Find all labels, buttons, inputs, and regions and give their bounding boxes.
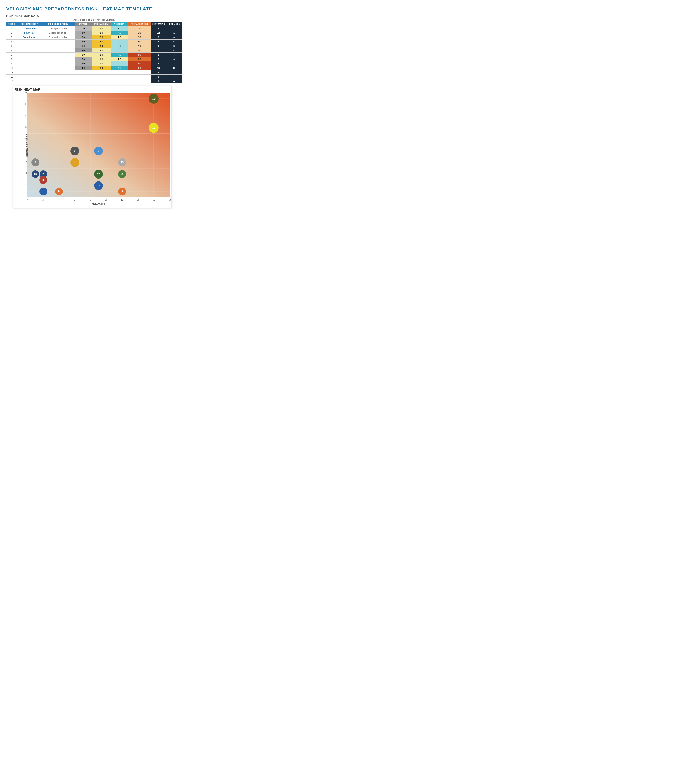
x-tick-0: 0 (27, 199, 29, 201)
chart-bubble: 8 (39, 176, 47, 184)
chart-bubble: 1 (39, 188, 47, 196)
x-tick-8: 8 (90, 199, 91, 201)
chart-bubble: 16 (149, 123, 159, 133)
chart-bubble: 13 (31, 170, 39, 178)
col-header-risk-description: RISK DESCRIPTION (41, 22, 75, 26)
table-row: 64.02.03.02.0124 (7, 48, 182, 53)
chart-bubble: 9 (71, 147, 79, 155)
y-tick-6: 6 (23, 161, 27, 163)
chart-bubble: 15 (118, 158, 126, 166)
y-tick-0: 0 (23, 195, 27, 198)
y-tick-4: 4 (23, 172, 27, 175)
table-row: 1192 (7, 70, 182, 75)
y-tick-14: 14 (23, 115, 27, 117)
bubble-container: 12345678910111213141516 (27, 93, 170, 198)
risk-heat-map-chart: RISK HEAT MAP (13, 86, 171, 208)
chart-title: RISK HEAT MAP (15, 88, 169, 91)
y-tick-8: 8 (23, 149, 27, 152)
table-row: 104.04.04.04.01616 (7, 66, 182, 70)
y-tick-12: 12 (23, 126, 27, 128)
chart-bubble: 2 (118, 188, 126, 196)
y-tick-18: 18 (23, 92, 27, 94)
y-tick-10: 10 (23, 138, 27, 140)
col-header-velocity: VELOCITY (111, 22, 128, 26)
x-tick-4: 4 (58, 199, 59, 201)
col-header-risk-category: RISK CATEGORY (17, 22, 41, 26)
x-tick-2: 2 (43, 199, 44, 201)
x-tick-12: 12 (121, 199, 123, 201)
x-tick-14: 14 (137, 199, 139, 201)
chart-bubble: 3 (31, 158, 39, 166)
page-title: VELOCITY AND PREPAREDNESS RISK HEAT MAP … (6, 6, 182, 12)
table-row: 1OperationalDescription of risk1.01.02.0… (7, 26, 182, 31)
col-header-heatmap-y: HEAT MAP Y (166, 22, 182, 26)
table-row: 3ComplianceDescription of risk3.03.01.02… (7, 35, 182, 40)
chart-bubble: 14 (55, 188, 63, 195)
score-note: Apply a score of 1 to 4 for each variabl… (6, 19, 182, 21)
chart-bubble: 5 (94, 147, 103, 155)
table-row: 2FinancialDescription of risk3.01.04.01.… (7, 31, 182, 35)
col-header-impact: IMPACT (75, 22, 92, 26)
x-tick-16: 16 (152, 199, 155, 201)
chart-bubble: 10 (149, 94, 159, 104)
chart-bubble: 12 (94, 170, 103, 178)
table-row: 43.03.02.02.066 (7, 40, 182, 44)
data-section-title: RISK HEAT MAP DATA (6, 14, 182, 17)
x-tick-10: 10 (105, 199, 107, 201)
y-tick-2: 2 (23, 184, 27, 186)
table-row: 1284 (7, 75, 182, 79)
col-header-risk-id: RISK ID (7, 22, 17, 26)
table-row: 83.01.01.03.033 (7, 57, 182, 61)
table-row: 53.04.03.02.098 (7, 44, 182, 48)
risk-data-table: RISK ID RISK CATEGORY RISK DESCRIPTION I… (6, 22, 182, 83)
x-axis-label: VELOCITY (91, 203, 105, 205)
col-header-heatmap-x: HEAT MAP X (151, 22, 166, 26)
col-header-probability: PROBABILITY (92, 22, 111, 26)
col-header-preparedness: PREPAREDNESS (128, 22, 151, 26)
table-row: 72.01.04.04.024 (7, 53, 182, 57)
table-row: 93.02.02.04.068 (7, 61, 182, 66)
x-tick-18: 18 (168, 199, 171, 201)
y-tick-16: 16 (23, 103, 27, 105)
chart-bubble: 11 (94, 181, 103, 190)
table-row: 1314 (7, 79, 182, 83)
chart-bubble: 4 (71, 158, 79, 167)
x-tick-6: 6 (74, 199, 75, 201)
chart-bubble: 6 (118, 170, 126, 178)
